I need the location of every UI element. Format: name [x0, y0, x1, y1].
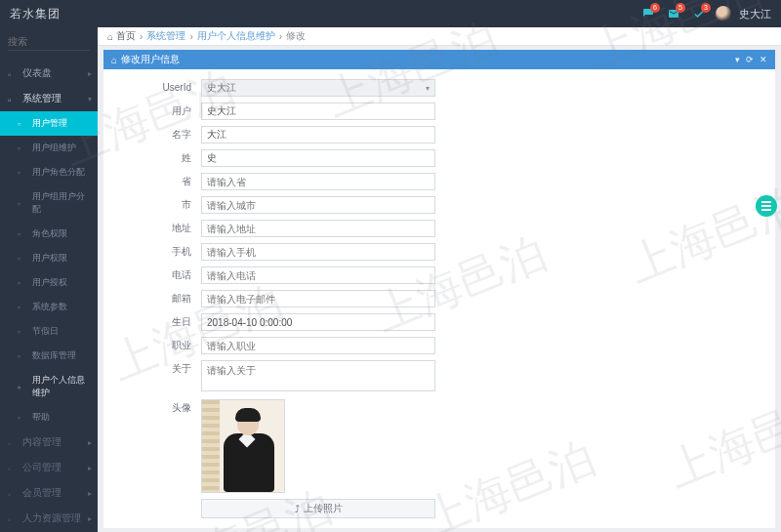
nav-icon: ▫ — [18, 143, 26, 152]
label-city: 市 — [117, 196, 201, 214]
label-about: 关于 — [117, 360, 201, 378]
job-input[interactable] — [201, 337, 435, 354]
label-lastname: 姓 — [117, 149, 201, 167]
chevron-icon: ▸ — [88, 489, 92, 498]
label-email: 邮箱 — [117, 290, 201, 307]
nav-label: 用户权限 — [32, 252, 67, 265]
user-input[interactable] — [201, 102, 435, 120]
phone-input[interactable] — [201, 266, 435, 284]
home-icon: ⌂ — [111, 55, 117, 65]
sidebar-item-festival[interactable]: ▫节假日 — [0, 319, 98, 344]
nav-icon: ▫ — [8, 464, 17, 472]
collapse-icon[interactable]: ▾ — [735, 55, 740, 64]
nav-icon: ▫ — [18, 383, 26, 391]
breadcrumb-link[interactable]: 用户个人信息维护 — [197, 29, 275, 43]
nav-label: 会员管理 — [22, 486, 62, 500]
panel: ⌂修改用户信息 ▾ ⟳ ✕ UserId 史大江▾ 用户 名字 姓 省 — [103, 50, 775, 528]
refresh-icon[interactable]: ⟳ — [746, 55, 754, 64]
about-textarea[interactable] — [201, 360, 435, 391]
notif-comment-icon[interactable]: 6 — [639, 5, 657, 22]
sidebar-item-user-perm[interactable]: ▫用户授权 — [0, 270, 98, 295]
avatar-image — [201, 399, 285, 493]
brand-name: 若水集团 — [10, 6, 61, 22]
city-input[interactable] — [201, 196, 435, 214]
label-firstname: 名字 — [117, 126, 201, 143]
sidebar-item-company[interactable]: ▫公司管理▸ — [0, 455, 98, 480]
nav-label: 用户角色分配 — [32, 166, 85, 179]
nav: ▫仪表盘▸▫系统管理▾▫用户管理▫用户组维护▫用户角色分配▫用户组用户分配▫角色… — [0, 61, 98, 532]
notif-task-icon[interactable]: 3 — [690, 5, 708, 22]
avatar-icon[interactable] — [716, 6, 731, 21]
nav-label: 用户授权 — [32, 276, 67, 289]
upload-button[interactable]: ⤴ 上传照片 — [201, 499, 435, 518]
chevron-icon: ▾ — [88, 95, 92, 103]
label-avatar: 头像 — [117, 399, 201, 417]
nav-label: 系统管理 — [22, 92, 62, 105]
breadcrumb-home[interactable]: ⌂ 首页 — [107, 29, 136, 43]
nav-icon: ▫ — [8, 438, 17, 447]
nav-icon: ▫ — [18, 303, 26, 311]
nav-icon: ▫ — [18, 327, 26, 336]
breadcrumb-link[interactable]: 系统管理 — [146, 29, 185, 43]
sidebar-item-hr[interactable]: ▫人力资源管理▸ — [0, 506, 98, 531]
sidebar-item-dashboard[interactable]: ▫仪表盘▸ — [0, 61, 98, 86]
nav-icon: ▫ — [18, 229, 26, 238]
panel-body: UserId 史大江▾ 用户 名字 姓 省 市 地址 手机 电话 — [103, 69, 775, 528]
birthday-input[interactable] — [201, 313, 435, 331]
sidebar-item-role-auth[interactable]: ▫角色权限 — [0, 222, 98, 246]
sidebar-item-content[interactable]: ▫内容管理▸ — [0, 430, 98, 455]
nav-icon: ▫ — [18, 254, 26, 263]
search-input[interactable] — [8, 33, 90, 51]
main: ⌂ 首页 ›系统管理 ›用户个人信息维护 ›修改 ⌂修改用户信息 ▾ ⟳ ✕ U… — [98, 27, 781, 532]
nav-icon: ▫ — [18, 168, 26, 177]
label-phone: 电话 — [117, 266, 201, 284]
panel-title: 修改用户信息 — [121, 53, 180, 66]
nav-icon: ▫ — [18, 199, 26, 208]
close-icon[interactable]: ✕ — [760, 55, 767, 64]
nav-label: 仪表盘 — [22, 66, 52, 80]
sidebar-search — [0, 27, 98, 61]
panel-tools: ▾ ⟳ ✕ — [735, 55, 767, 64]
province-input[interactable] — [201, 173, 435, 190]
sidebar-item-sys-param[interactable]: ▫系统参数 — [0, 295, 98, 319]
badge: 3 — [701, 3, 711, 13]
nav-icon: ▫ — [8, 95, 17, 103]
breadcrumb-current: 修改 — [286, 29, 306, 43]
sidebar-item-help[interactable]: ▫帮助 — [0, 405, 98, 430]
nav-label: 人力资源管理 — [22, 512, 81, 525]
nav-label: 帮助 — [32, 411, 50, 424]
sidebar-item-user-group-alloc[interactable]: ▫用户组用户分配 — [0, 184, 98, 222]
sidebar-item-user-auth[interactable]: ▫用户权限 — [0, 246, 98, 270]
nav-label: 内容管理 — [22, 435, 62, 449]
userid-select[interactable]: 史大江▾ — [201, 79, 435, 97]
panel-head: ⌂修改用户信息 ▾ ⟳ ✕ — [103, 50, 775, 69]
sidebar-item-user-profile[interactable]: ▫用户个人信息维护 — [0, 368, 98, 405]
username[interactable]: 史大江 — [739, 7, 771, 21]
chevron-icon: ▸ — [88, 464, 92, 472]
sidebar-item-usergroup[interactable]: ▫用户组维护 — [0, 136, 98, 160]
sidebar-item-system[interactable]: ▫系统管理▾ — [0, 86, 98, 111]
email-input[interactable] — [201, 290, 435, 307]
label-province: 省 — [117, 173, 201, 190]
nav-icon: ▫ — [18, 119, 26, 128]
label-userid: UserId — [117, 79, 201, 97]
mobile-input[interactable] — [201, 243, 435, 261]
chevron-icon: ▸ — [88, 514, 92, 523]
sidebar-item-user-alloc[interactable]: ▫用户角色分配 — [0, 160, 98, 184]
notif-mail-icon[interactable]: 5 — [665, 5, 682, 22]
nav-label: 角色权限 — [32, 227, 67, 240]
label-mobile: 手机 — [117, 243, 201, 261]
nav-label: 用户管理 — [32, 117, 67, 130]
firstname-input[interactable] — [201, 126, 435, 143]
label-user: 用户 — [117, 102, 201, 120]
breadcrumb: ⌂ 首页 ›系统管理 ›用户个人信息维护 ›修改 — [98, 27, 781, 46]
sidebar-item-user-mgmt[interactable]: ▫用户管理 — [0, 111, 98, 136]
floating-menu-button[interactable] — [756, 195, 777, 217]
sidebar-item-db-mgmt[interactable]: ▫数据库管理 — [0, 344, 98, 368]
address-input[interactable] — [201, 220, 435, 237]
nav-label: 用户个人信息维护 — [32, 374, 90, 399]
lastname-input[interactable] — [201, 149, 435, 167]
sidebar: ▫仪表盘▸▫系统管理▾▫用户管理▫用户组维护▫用户角色分配▫用户组用户分配▫角色… — [0, 27, 98, 532]
sidebar-item-member[interactable]: ▫会员管理▸ — [0, 480, 98, 506]
menu-icon — [761, 205, 771, 207]
